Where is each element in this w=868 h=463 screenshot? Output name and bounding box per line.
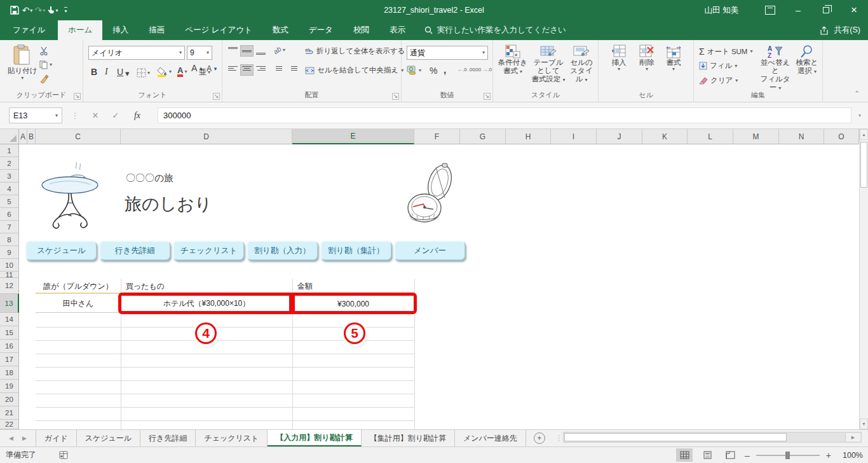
- font-color-button[interactable]: A▾: [177, 67, 187, 77]
- row-header-3[interactable]: 3: [0, 170, 19, 183]
- zoom-out-button[interactable]: –: [745, 450, 750, 460]
- restore-button[interactable]: [812, 0, 840, 20]
- borders-button[interactable]: ▾: [137, 68, 150, 78]
- page-break-preview-button[interactable]: [722, 448, 738, 462]
- row-header-10[interactable]: 10: [0, 259, 19, 272]
- customize-qat-button[interactable]: ▾: [60, 3, 71, 18]
- format-cells-dropdown[interactable]: ▾: [672, 67, 675, 72]
- orientation-button[interactable]: ab▾: [273, 46, 285, 54]
- cell-c13[interactable]: 田中さん: [36, 294, 121, 313]
- column-header-g[interactable]: G: [460, 129, 506, 144]
- page-layout-view-button[interactable]: [699, 448, 715, 462]
- column-header-l[interactable]: L: [688, 129, 733, 144]
- align-left-button[interactable]: [226, 64, 240, 76]
- accounting-format-dropdown[interactable]: ▾: [419, 68, 421, 73]
- row-header-11[interactable]: 11: [0, 272, 19, 278]
- tab-splitter[interactable]: ⋮: [555, 430, 563, 446]
- nav-button-5[interactable]: 割り勘（集計）: [320, 240, 391, 260]
- column-header-d[interactable]: D: [121, 129, 292, 144]
- scroll-right-button[interactable]: ▶: [845, 433, 860, 441]
- underline-button[interactable]: U: [117, 67, 123, 77]
- decrease-indent-button[interactable]: [271, 64, 284, 76]
- expand-formula-bar-button[interactable]: ▾: [853, 107, 867, 123]
- row-header-22[interactable]: 22: [0, 420, 19, 429]
- sheet-tab-6[interactable]: 【集計用】割り勘計算: [362, 430, 455, 446]
- align-top-button[interactable]: [226, 45, 240, 57]
- copy-button[interactable]: ▾: [39, 60, 52, 69]
- find-select-dropdown[interactable]: ▾: [814, 69, 817, 74]
- clear-dropdown[interactable]: ▾: [735, 78, 738, 83]
- sheet-tab-2[interactable]: スケジュール: [77, 430, 140, 446]
- tab-review[interactable]: 校閲: [343, 20, 379, 40]
- formula-input[interactable]: 300000: [158, 107, 851, 123]
- nav-button-3[interactable]: チェックリスト: [173, 240, 244, 260]
- autosum-button[interactable]: Σオート SUM▾: [699, 46, 752, 57]
- font-size-combo[interactable]: 9▾: [187, 46, 212, 60]
- sheet-tab-4[interactable]: チェックリスト: [196, 430, 268, 446]
- column-header-f[interactable]: F: [414, 129, 460, 144]
- wrap-text-button[interactable]: ab 折り返して全体を表示する: [305, 46, 405, 56]
- sheet-scroll-left-button[interactable]: ◀: [9, 435, 13, 441]
- vertical-scroll-thumb[interactable]: [860, 142, 867, 188]
- phonetic-guide-button[interactable]: 亜▾: [199, 67, 210, 78]
- number-format-dropdown[interactable]: ▾: [482, 50, 485, 55]
- zoom-in-button[interactable]: +: [826, 450, 831, 460]
- increase-decimal-button[interactable]: ←.0 .00: [458, 67, 475, 73]
- nav-button-2[interactable]: 行き先詳細: [99, 240, 170, 260]
- row-header-19[interactable]: 19: [0, 380, 19, 393]
- cell-d12-header[interactable]: 買ったもの: [126, 279, 291, 294]
- new-sheet-button[interactable]: +: [534, 432, 545, 444]
- row-header-2[interactable]: 2: [0, 157, 19, 170]
- sheet-tab-5[interactable]: 【入力用】割り勘計算: [268, 430, 361, 446]
- tab-page-layout[interactable]: ページ レイアウト: [175, 20, 262, 40]
- column-header-k[interactable]: K: [642, 129, 688, 144]
- select-all-corner[interactable]: [0, 129, 19, 144]
- worksheet-area[interactable]: 〇〇〇の旅 旅のしおり スケジュール行き先詳細チェックリスト割り勘（入力）割り勘…: [19, 144, 859, 429]
- alignment-dialog-launcher[interactable]: ↘: [392, 93, 399, 100]
- row-header-4[interactable]: 4: [0, 183, 19, 195]
- font-name-dropdown[interactable]: ▾: [179, 50, 182, 55]
- column-header-e[interactable]: E: [292, 129, 414, 144]
- sort-filter-button[interactable]: AZ 並べ替えと フィルター ▾: [757, 45, 793, 92]
- close-button[interactable]: ×: [840, 0, 868, 20]
- number-format-combo[interactable]: 通貨▾: [407, 46, 488, 60]
- zoom-level[interactable]: 100%: [837, 451, 863, 460]
- column-header-h[interactable]: H: [506, 129, 551, 144]
- font-dialog-launcher[interactable]: ↘: [213, 93, 220, 100]
- cell-styles-dropdown[interactable]: ▾: [585, 77, 587, 83]
- underline-dropdown[interactable]: ▾: [125, 71, 130, 76]
- row-header-18[interactable]: 18: [0, 366, 19, 380]
- row-header-5[interactable]: 5: [0, 195, 19, 208]
- insert-cells-dropdown[interactable]: ▾: [618, 67, 620, 72]
- normal-view-button[interactable]: [676, 448, 693, 462]
- fill-color-dropdown[interactable]: ▾: [169, 69, 172, 74]
- column-header-b[interactable]: B: [27, 129, 36, 144]
- clear-button[interactable]: クリア▾: [699, 76, 738, 85]
- row-header-16[interactable]: 16: [0, 340, 19, 353]
- cancel-entry-button[interactable]: ✕: [86, 107, 104, 123]
- column-header-a[interactable]: A: [19, 129, 27, 144]
- format-painter-button[interactable]: [39, 74, 49, 83]
- horizontal-scroll-thumb[interactable]: [564, 433, 787, 441]
- percent-style-button[interactable]: %: [430, 66, 437, 76]
- format-cells-button[interactable]: 書式 ▾: [662, 45, 685, 72]
- redo-button[interactable]: ↷▾: [34, 3, 46, 18]
- tell-me-box[interactable]: 実行したい作業を入力してください: [424, 20, 566, 40]
- number-dialog-launcher[interactable]: ↘: [484, 93, 491, 100]
- zoom-slider[interactable]: [756, 455, 820, 456]
- row-header-7[interactable]: 7: [0, 221, 19, 233]
- undo-dropdown[interactable]: ▾: [30, 8, 32, 13]
- orientation-dropdown[interactable]: ▾: [282, 48, 285, 53]
- minimize-button[interactable]: –: [784, 0, 812, 20]
- ribbon-display-options-button[interactable]: [756, 0, 784, 20]
- autosum-dropdown[interactable]: ▾: [750, 49, 752, 54]
- bold-button[interactable]: B: [91, 67, 97, 77]
- format-as-table-button[interactable]: テーブルとして 書式設定 ▾: [530, 45, 567, 83]
- fill-color-button[interactable]: ▾: [157, 67, 172, 77]
- row-header-8[interactable]: 8: [0, 233, 19, 246]
- user-name[interactable]: 山田 知美: [705, 5, 738, 16]
- increase-indent-button[interactable]: [286, 64, 299, 76]
- zoom-slider-thumb[interactable]: [785, 452, 790, 459]
- confirm-entry-button[interactable]: ✓: [107, 107, 125, 123]
- row-header-6[interactable]: 6: [0, 208, 19, 221]
